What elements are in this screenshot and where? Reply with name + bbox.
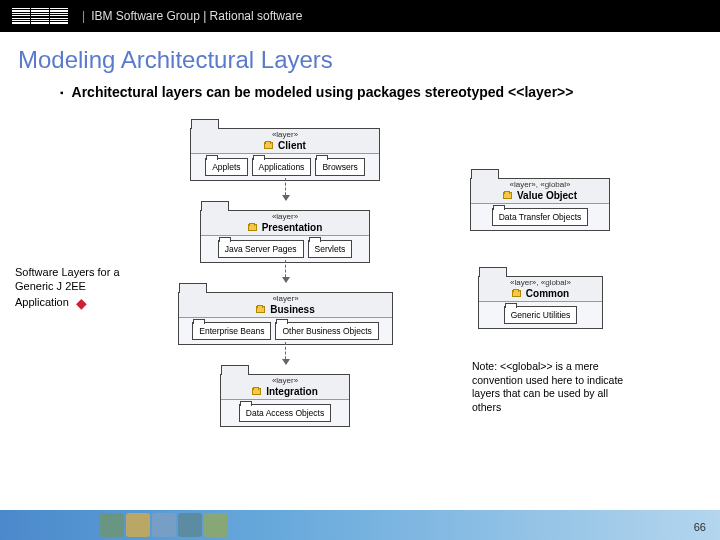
pkg-name: Integration (266, 386, 318, 397)
pkg-name: Presentation (262, 222, 323, 233)
slide-title: Modeling Architectural Layers (0, 32, 720, 84)
package-common: «layer», «global» Common Generic Utiliti… (478, 276, 603, 329)
pkg-name: Client (278, 140, 306, 151)
header-bar: | IBM Software Group | Rational software (0, 0, 720, 32)
inner-pkg: Other Business Objects (275, 322, 378, 340)
note-right: Note: <<global>> is a mere convention us… (472, 360, 637, 415)
package-value-object: «layer», «global» Value Object Data Tran… (470, 178, 610, 231)
inner-pkg: Data Access Objects (239, 404, 331, 422)
package-presentation: «layer» Presentation Java Server Pages S… (200, 210, 370, 263)
package-business: «layer» Business Enterprise Beans Other … (178, 292, 393, 345)
inner-pkg: Generic Utilities (504, 306, 578, 324)
folder-icon (503, 192, 512, 199)
stereo: «layer» (272, 377, 298, 386)
stereo: «layer», «global» (510, 279, 571, 288)
folder-icon (512, 290, 521, 297)
pkg-name: Business (270, 304, 314, 315)
inner-pkg: Servlets (308, 240, 353, 258)
page-number: 66 (694, 521, 706, 533)
package-client: «layer» Client Applets Applications Brow… (190, 128, 380, 181)
arrow-icon (285, 178, 286, 200)
diamond-icon: ◆ (72, 295, 87, 311)
footer-bar (0, 510, 720, 540)
bullet-marker-icon: ▪ (60, 84, 64, 102)
inner-pkg: Applications (252, 158, 312, 176)
bullet-text: Architectural layers can be modeled usin… (72, 84, 574, 102)
caption-text: Software Layers for a Generic J 2EE Appl… (15, 266, 120, 308)
package-integration: «layer» Integration Data Access Objects (220, 374, 350, 427)
bullet-point: ▪ Architectural layers can be modeled us… (0, 84, 720, 102)
folder-icon (264, 142, 273, 149)
arrow-icon (285, 342, 286, 364)
folder-icon (256, 306, 265, 313)
caption-left: Software Layers for a Generic J 2EE Appl… (15, 265, 135, 312)
inner-pkg: Enterprise Beans (192, 322, 271, 340)
inner-pkg: Data Transfer Objects (492, 208, 589, 226)
header-text: IBM Software Group | Rational software (91, 9, 302, 23)
stereo: «layer» (272, 295, 298, 304)
stereo: «layer» (272, 131, 298, 140)
folder-icon (248, 224, 257, 231)
ibm-logo-icon (12, 8, 68, 24)
stereo: «layer» (272, 213, 298, 222)
stereo: «layer», «global» (510, 181, 571, 190)
diagram: «layer» Client Applets Applications Brow… (60, 110, 680, 440)
pkg-name: Common (526, 288, 569, 299)
inner-pkg: Browsers (315, 158, 364, 176)
footer-decor (100, 510, 228, 540)
pkg-name: Value Object (517, 190, 577, 201)
arrow-icon (285, 260, 286, 282)
inner-pkg: Java Server Pages (218, 240, 304, 258)
header-separator: | (82, 9, 85, 23)
inner-pkg: Applets (205, 158, 247, 176)
folder-icon (252, 388, 261, 395)
